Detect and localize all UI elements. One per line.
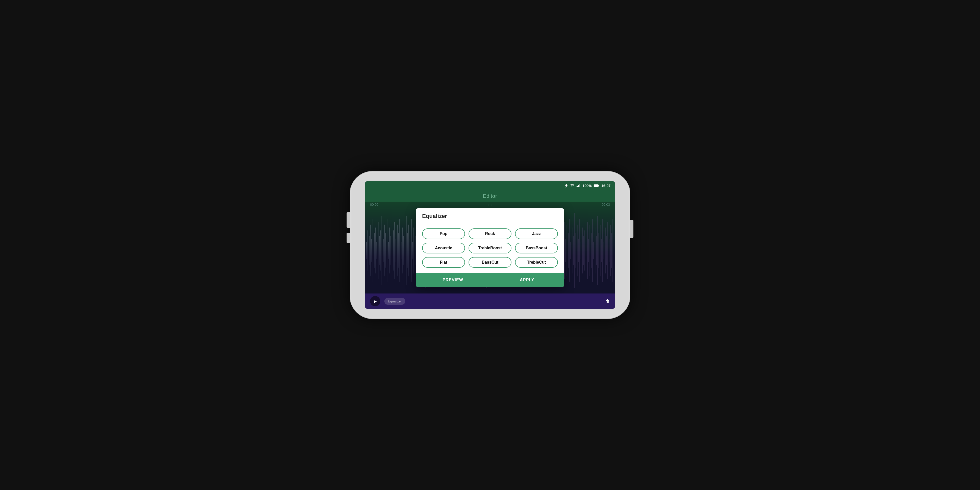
eq-row-3: Flat BassCut TrebleCut <box>422 257 558 268</box>
eq-preset-rock[interactable]: Rock <box>469 228 511 239</box>
svg-line-0 <box>566 186 567 187</box>
delete-button[interactable]: 🗑 <box>605 299 610 304</box>
eq-preset-treblecut[interactable]: TrebleCut <box>515 257 558 268</box>
svg-rect-3 <box>577 186 578 187</box>
svg-rect-2 <box>576 186 577 187</box>
modal-overlay: Equalizer Pop Rock Jazz Acoustic TrebleB… <box>365 202 615 293</box>
svg-rect-5 <box>579 184 580 187</box>
eq-preset-bassboost[interactable]: BassBoost <box>515 243 558 253</box>
play-button[interactable]: ▶ <box>370 296 380 306</box>
eq-preset-basscut[interactable]: BassCut <box>469 257 511 268</box>
svg-rect-8 <box>598 185 599 186</box>
eq-preset-jazz[interactable]: Jazz <box>515 228 558 239</box>
equalizer-chip[interactable]: Equalizer <box>384 298 405 305</box>
battery-icon <box>593 184 599 187</box>
status-bar: 100% 16:07 <box>365 181 615 190</box>
preview-button[interactable]: PREVIEW <box>416 273 490 287</box>
clock: 16:07 <box>601 184 611 188</box>
svg-rect-7 <box>594 185 598 187</box>
modal-title: Equalizer <box>422 213 447 219</box>
eq-preset-pop[interactable]: Pop <box>422 228 465 239</box>
volume-button[interactable] <box>347 233 350 243</box>
app-title: Editor <box>483 193 497 199</box>
signal-icon <box>576 184 580 187</box>
phone-screen: 100% 16:07 Editor 00:00 ‹···› 00:03 <box>365 181 615 309</box>
modal-header: Equalizer <box>416 208 564 223</box>
modal-body: Pop Rock Jazz Acoustic TrebleBoost BassB… <box>416 223 564 273</box>
equalizer-modal: Equalizer Pop Rock Jazz Acoustic TrebleB… <box>416 208 564 287</box>
bluetooth-icon <box>565 184 568 188</box>
eq-chips-row: Equalizer <box>384 298 491 305</box>
modal-footer: PREVIEW APPLY <box>416 273 564 287</box>
app-header: Editor <box>365 190 615 202</box>
trash-icon: 🗑 <box>605 299 610 304</box>
svg-rect-4 <box>578 185 579 187</box>
eq-preset-trebleboost[interactable]: TrebleBoost <box>469 243 511 253</box>
status-icons: 100% 16:07 <box>565 184 611 188</box>
phone-device: 100% 16:07 Editor 00:00 ‹···› 00:03 <box>350 171 630 319</box>
eq-row-1: Pop Rock Jazz <box>422 228 558 239</box>
svg-line-1 <box>565 186 566 187</box>
bottom-controls: ▶ Equalizer 🗑 <box>365 293 615 309</box>
waveform-area: 00:00 ‹···› 00:03 <box>365 202 615 293</box>
eq-row-2: Acoustic TrebleBoost BassBoost <box>422 243 558 253</box>
eq-preset-acoustic[interactable]: Acoustic <box>422 243 465 253</box>
play-icon: ▶ <box>374 299 377 304</box>
wifi-icon <box>570 184 574 187</box>
apply-button[interactable]: APPLY <box>490 273 564 287</box>
power-button[interactable] <box>630 220 633 238</box>
battery-percent: 100% <box>582 184 592 188</box>
eq-preset-flat[interactable]: Flat <box>422 257 465 268</box>
